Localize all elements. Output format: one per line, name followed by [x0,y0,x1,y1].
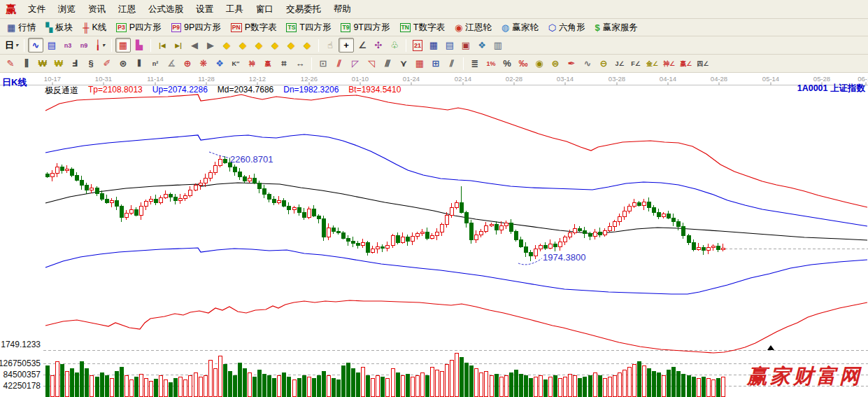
candle-style-selector[interactable]: ╽▾ [92,38,108,53]
calculator-button[interactable]: ▦ [426,38,441,53]
menu-help[interactable]: 帮助 [327,4,357,15]
compass-tool[interactable]: ⊕ [180,56,195,71]
spiral-tool[interactable]: § [83,56,99,71]
percent-line-tool[interactable]: 1% [483,56,499,71]
winner-wheel-button[interactable]: ◍赢家轮 [497,20,543,35]
area-select-button[interactable]: ♧ [387,38,402,53]
memo-button[interactable]: ▤ [442,38,457,53]
ray-lines-tool[interactable]: ⫻ [380,56,395,71]
step-9-chart-button[interactable]: n9 [76,38,92,53]
span-measure-tool[interactable]: ↔ [292,56,308,71]
quote-report-button[interactable]: ▤ [44,38,59,53]
crosshair-button[interactable]: + [339,38,354,53]
ying-tool[interactable]: 赢 [260,56,276,71]
menu-news[interactable]: 资讯 [82,4,112,15]
scale-shift-right-button[interactable]: ◆ [235,38,250,53]
save-button[interactable]: ▣ [458,38,474,53]
time-dial-tool[interactable]: ⊛ [115,56,131,71]
j-angle-tool[interactable]: J∠ [612,56,627,71]
nav-last-button[interactable]: ▶| [171,38,186,53]
gold-fence-alt-tool[interactable]: ₩ [51,56,66,71]
percent-level-tool[interactable]: ‰ [515,56,531,71]
percent-tool[interactable]: % [499,56,515,71]
nav-back-button[interactable]: ◀ [187,38,202,53]
period-day-selector[interactable]: 日▾ [3,38,20,53]
menu-window[interactable]: 窗口 [250,4,280,15]
candle-body [366,242,369,252]
menu-formula-stock-picker[interactable]: 公式选股 [142,4,190,15]
star-ray-tool[interactable]: ❋ [196,56,211,71]
four-angle-tool[interactable]: 四∠ [695,56,711,71]
t-square-button[interactable]: TST四方形 [282,20,335,35]
web-sync-button[interactable]: ❖ [474,38,490,53]
shen-tool[interactable]: 神 [244,56,259,71]
quotes-button[interactable]: ▦行情 [3,20,40,35]
ink-brush-tool[interactable]: ✒ [564,56,579,71]
kline-button[interactable]: ╫K线 [78,20,111,35]
calendar-button[interactable]: 21 [410,38,425,53]
red-brush-tool[interactable]: ✎ [3,56,18,71]
chart-svg[interactable]: 10-1710-3111-1411-2812-1212-2601-1001-24… [0,73,868,397]
pattern-mode-button[interactable]: ▦ [115,38,131,53]
angle-measure-button[interactable]: ∠ [355,38,370,53]
step-3-chart-button[interactable]: n3 [60,38,76,53]
scale-compress-button[interactable]: ◆ [267,38,283,53]
p-number-table-button[interactable]: PNP数字表 [227,20,281,35]
chart-area[interactable]: 10-1710-3111-1411-2812-1212-2601-1001-24… [0,73,868,397]
gold-angle-tool[interactable]: 金∠ [644,56,660,71]
gold-circle-tool[interactable]: ◉ [532,56,547,71]
menu-settings[interactable]: 设置 [190,4,220,15]
gann-shape-button[interactable]: ✣ [371,38,386,53]
menu-tools[interactable]: 工具 [220,4,250,15]
winner-service-button[interactable]: $赢家服务 [591,20,642,35]
comb-grid2-tool[interactable]: ⫴ [131,56,147,71]
ying-angle-tool[interactable]: 赢∠ [678,56,694,71]
t9-square-button[interactable]: T99T四方形 [336,20,394,35]
f-ruler-tool[interactable]: Ⅎ [67,56,83,71]
parallel-lines-tool[interactable]: ⫽ [444,56,460,71]
price-scale-tool[interactable]: ≣ [467,56,483,71]
ruler-grid-tool[interactable]: ⌗ [276,56,292,71]
scale-shift-left-button[interactable]: ◆ [219,38,234,53]
menu-trade-order[interactable]: 交易委托 [280,4,327,15]
volume-profile-button[interactable]: ▙ [131,38,147,53]
scale-expand-button[interactable]: ◆ [251,38,266,53]
menu-gann[interactable]: 江恩 [112,4,142,15]
gold-band-tool[interactable]: ⊖ [596,56,611,71]
comb-grid-tool[interactable]: ⫼ [19,56,34,71]
scale-reset-button[interactable]: ◆ [299,38,315,53]
gold-fence-tool[interactable]: ₩ [35,56,50,71]
nav-first-button[interactable]: |◀ [155,38,170,53]
nav-forward-button[interactable]: ▶ [203,38,218,53]
red-marker-tool[interactable]: ✐ [99,56,115,71]
print-button[interactable]: ▥ [490,38,506,53]
p9-square-button[interactable]: P99P四方形 [167,20,225,35]
hand-drag-button[interactable]: ☝ [322,38,338,53]
t-number-table-button[interactable]: TNT数字表 [396,20,449,35]
grid-star-tool[interactable]: ❖ [212,56,227,71]
k-mark-tool[interactable]: K″ [228,56,243,71]
frame-box-tool[interactable]: ⊡ [315,56,331,71]
candle-body [539,245,542,249]
n-square-tool[interactable]: n² [148,56,163,71]
purple-fan-tool[interactable]: ◸ [348,56,363,71]
scale-compress-all-button[interactable]: ◆ [283,38,299,53]
angle-guide-tool[interactable]: ∡ [164,56,179,71]
period-label[interactable]: 日K线 [2,76,27,89]
wave-mark-tool[interactable]: ⋎ [396,56,411,71]
red-box-fan-tool[interactable]: ◹ [364,56,379,71]
sectors-button[interactable]: ▚板块 [41,20,77,35]
hexagon-button[interactable]: ⬡六角形 [544,20,590,35]
red-grid-tool[interactable]: ▦ [412,56,427,71]
red-ray-fan-tool[interactable]: ⫽ [332,56,347,71]
trend-line-chart-button[interactable]: ∿ [28,38,43,53]
wave-band-tool[interactable]: ∿ [580,56,595,71]
blue-grid-tool[interactable]: ⊞ [428,56,443,71]
shen-angle-tool[interactable]: 神∠ [661,56,677,71]
gann-wheel-button[interactable]: ◉江恩轮 [450,20,496,35]
f-angle-tool[interactable]: F∠ [628,56,643,71]
p-square-button[interactable]: P3P四方形 [112,20,165,35]
gold-level-tool[interactable]: ⊜ [548,56,563,71]
menu-file[interactable]: 文件 [22,4,52,15]
menu-browse[interactable]: 浏览 [52,4,82,15]
